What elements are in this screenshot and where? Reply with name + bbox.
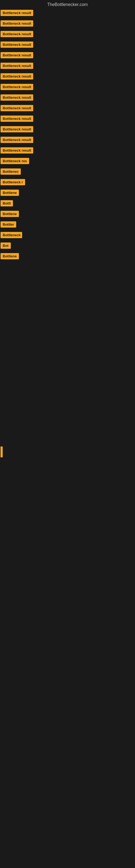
bottleneck-row-10: Bottleneck result <box>0 103 135 114</box>
bottleneck-row-19: Bottl <box>0 198 135 209</box>
bottleneck-badge-22[interactable]: Bottleneck <box>1 232 22 238</box>
bottleneck-row-6: Bottleneck result <box>0 61 135 72</box>
bottleneck-row-8: Bottleneck result <box>0 82 135 93</box>
bottleneck-row-11: Bottleneck result <box>0 114 135 124</box>
bottleneck-badge-6[interactable]: Bottleneck result <box>1 63 33 69</box>
bottleneck-row-22: Bottleneck <box>0 230 135 241</box>
bottleneck-row-3: Bottleneck result <box>0 29 135 40</box>
bottleneck-row-23: Bot <box>0 241 135 251</box>
bottleneck-row-2: Bottleneck result <box>0 19 135 29</box>
bottleneck-row-7: Bottleneck result <box>0 72 135 82</box>
bottleneck-badge-18[interactable]: Bottlene <box>1 190 19 196</box>
bottleneck-row-12: Bottleneck result <box>0 124 135 135</box>
bottleneck-badge-21[interactable]: Bottler <box>1 221 16 227</box>
bottleneck-badge-20[interactable]: Bottlene <box>1 211 19 217</box>
bottleneck-badge-9[interactable]: Bottleneck result <box>1 94 33 101</box>
bottleneck-row-14: Bottleneck result <box>0 146 135 156</box>
bottleneck-row-1: Bottleneck result <box>0 8 135 19</box>
bottleneck-badge-13[interactable]: Bottleneck result <box>1 137 33 143</box>
bottleneck-row-5: Bottleneck result <box>0 51 135 61</box>
bottleneck-row-21: Bottler <box>0 220 135 230</box>
bottleneck-row-24: Bottlene <box>0 251 135 262</box>
bottleneck-badge-7[interactable]: Bottleneck result <box>1 73 33 80</box>
bottleneck-badge-10[interactable]: Bottleneck result <box>1 105 33 111</box>
bottleneck-badge-1[interactable]: Bottleneck result <box>1 10 33 16</box>
bottleneck-row-17: Bottleneck r <box>0 177 135 188</box>
bottleneck-row-4: Bottleneck result <box>0 40 135 51</box>
bottleneck-row-9: Bottleneck result <box>0 93 135 103</box>
bottleneck-row-20: Bottlene <box>0 209 135 220</box>
bottleneck-badge-11[interactable]: Bottleneck result <box>1 116 33 122</box>
bottleneck-row-16: Bottlenec <box>0 167 135 177</box>
bottom-section <box>0 338 135 501</box>
bottleneck-badge-12[interactable]: Bottleneck result <box>1 126 33 132</box>
site-title: TheBottlenecker.com <box>0 0 135 8</box>
bottleneck-badge-19[interactable]: Bottl <box>1 200 13 207</box>
bottom-indicator <box>1 446 3 457</box>
bottleneck-row-15: Bottleneck res <box>0 156 135 167</box>
bottleneck-row-13: Bottleneck result <box>0 135 135 146</box>
bottleneck-badge-2[interactable]: Bottleneck result <box>1 20 33 27</box>
bottleneck-badge-16[interactable]: Bottlenec <box>1 168 21 175</box>
bottleneck-badge-24[interactable]: Bottlene <box>1 253 19 259</box>
bottleneck-badge-15[interactable]: Bottleneck res <box>1 158 29 164</box>
bottleneck-badge-23[interactable]: Bot <box>1 243 11 249</box>
bottleneck-row-18: Bottlene <box>0 188 135 198</box>
bottleneck-badge-17[interactable]: Bottleneck r <box>1 179 25 185</box>
bottleneck-badge-5[interactable]: Bottleneck result <box>1 52 33 58</box>
bottleneck-badge-8[interactable]: Bottleneck result <box>1 84 33 90</box>
bottleneck-badge-4[interactable]: Bottleneck result <box>1 41 33 48</box>
bottleneck-list: Bottleneck resultBottleneck resultBottle… <box>0 8 135 262</box>
bottleneck-badge-14[interactable]: Bottleneck result <box>1 147 33 154</box>
bottleneck-badge-3[interactable]: Bottleneck result <box>1 31 33 37</box>
